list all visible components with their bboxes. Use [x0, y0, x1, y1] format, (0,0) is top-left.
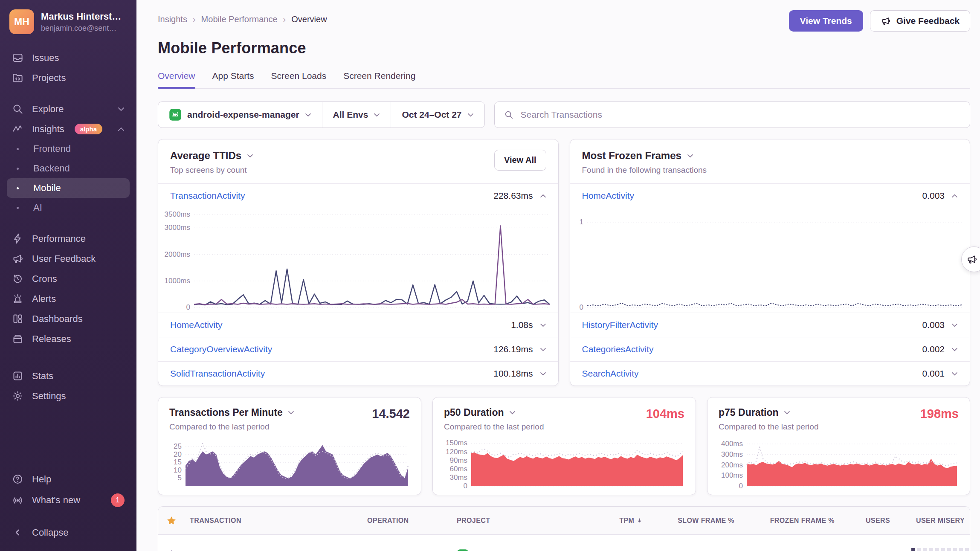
page-title: Mobile Performance	[158, 39, 970, 57]
tab-screen-loads[interactable]: Screen Loads	[271, 71, 327, 88]
transaction-link[interactable]: SearchActivity	[582, 368, 639, 379]
p50-subtitle: Compared to the last period	[444, 422, 544, 432]
chevron-down-icon	[467, 113, 474, 117]
column-operation[interactable]: OPERATION	[362, 517, 452, 525]
android-icon	[169, 108, 182, 121]
collapse-left-icon	[12, 527, 23, 538]
frozen-value[interactable]: 0.003	[922, 320, 958, 330]
sidebar-item-label: Dashboards	[32, 313, 83, 325]
svg-text:300ms: 300ms	[721, 450, 743, 458]
tpm-title: Transactions Per Minute	[169, 407, 283, 418]
ttid-value[interactable]: 100.18ms	[493, 368, 546, 379]
chevron-down-icon[interactable]	[687, 154, 693, 158]
sidebar-item-label: Help	[32, 474, 51, 485]
breadcrumb-overview: Overview	[291, 14, 327, 24]
transaction-link[interactable]: SolidTransactionActivity	[170, 368, 265, 379]
sidebar-item-projects[interactable]: Projects	[7, 68, 130, 88]
user-menu[interactable]: MH Markus Hinterst… benjamin.coe@sent…	[7, 9, 130, 35]
date-range-selector[interactable]: Oct 24–Oct 27	[391, 102, 484, 128]
sidebar-collapse-button[interactable]: Collapse	[7, 522, 130, 542]
frozen-value[interactable]: 0.001	[922, 368, 958, 379]
sidebar-item-mobile[interactable]: Mobile	[7, 178, 130, 198]
user-misery-bar	[895, 548, 970, 551]
chevron-down-icon[interactable]	[509, 411, 516, 415]
column-tpm-label: TPM	[619, 517, 634, 524]
breadcrumb-insights[interactable]: Insights	[158, 14, 187, 24]
ttid-value-text: 228.63ms	[493, 191, 533, 201]
frozen-value[interactable]: 0.002	[922, 344, 958, 354]
sidebar-item-alerts[interactable]: Alerts	[7, 289, 130, 309]
bullet-dot	[17, 187, 19, 189]
ttid-value-text: 1.08s	[511, 320, 533, 330]
project-selector[interactable]: android-expense-manager	[158, 102, 322, 128]
column-slow-frame[interactable]: SLOW FRAME %	[648, 517, 739, 525]
ttid-row-homeactivity: HomeActivity 1.08s	[158, 313, 558, 337]
ttid-value[interactable]: 126.19ms	[493, 344, 546, 354]
svg-text:100ms: 100ms	[721, 471, 743, 479]
sidebar-item-releases[interactable]: Releases	[7, 329, 130, 349]
column-frozen-frame[interactable]: FROZEN FRAME %	[739, 517, 840, 525]
tab-screen-rendering[interactable]: Screen Rendering	[343, 71, 415, 88]
view-trends-button[interactable]: View Trends	[789, 10, 863, 32]
transaction-link[interactable]: HistoryFilterActivity	[582, 320, 658, 330]
search-transactions-box	[494, 102, 970, 128]
column-users[interactable]: USERS	[840, 517, 895, 525]
tab-app-starts[interactable]: App Starts	[212, 71, 254, 88]
sidebar-item-backend[interactable]: Backend	[7, 159, 130, 178]
frozen-row-categoriesactivity: CategoriesActivity 0.002	[570, 337, 970, 361]
give-feedback-button[interactable]: Give Feedback	[870, 10, 970, 32]
search-transactions-input[interactable]	[520, 109, 960, 120]
svg-text:0: 0	[464, 482, 467, 489]
sidebar-item-settings[interactable]: Settings	[7, 386, 130, 406]
sidebar: MH Markus Hinterst… benjamin.coe@sent… I…	[0, 0, 136, 551]
chevron-down-icon[interactable]	[288, 411, 294, 415]
column-project[interactable]: PROJECT	[452, 517, 584, 525]
chevron-down-icon	[305, 113, 311, 117]
p75-chart: 400ms300ms200ms100ms0	[719, 438, 959, 489]
p75-duration-card: p75 Duration Compared to the last period…	[707, 397, 970, 495]
frozen-value-text: 0.003	[922, 191, 945, 201]
column-transaction[interactable]: TRANSACTION	[185, 517, 362, 525]
column-tpm[interactable]: TPM	[584, 517, 648, 525]
tab-bar: Overview App Starts Screen Loads Screen …	[158, 71, 970, 89]
column-user-misery[interactable]: USER MISERY	[895, 517, 970, 525]
sidebar-item-frontend[interactable]: Frontend	[7, 139, 130, 159]
sidebar-item-crons[interactable]: Crons	[7, 269, 130, 289]
sidebar-item-issues[interactable]: Issues	[7, 48, 130, 68]
sidebar-item-stats[interactable]: Stats	[7, 366, 130, 386]
transaction-link[interactable]: TransactionActivity	[170, 191, 245, 201]
sidebar-item-dashboards[interactable]: Dashboards	[7, 309, 130, 329]
sidebar-item-ai[interactable]: AI	[7, 198, 130, 218]
svg-text:150ms: 150ms	[446, 439, 467, 447]
ttid-value[interactable]: 1.08s	[511, 320, 546, 330]
svg-text:0: 0	[739, 482, 743, 489]
transaction-link[interactable]: CategoryOverviewActivity	[170, 344, 272, 354]
chevron-down-icon	[118, 107, 125, 111]
svg-text:10: 10	[174, 466, 182, 474]
main-content: Insights › Mobile Performance › Overview…	[136, 0, 980, 551]
chevron-down-icon[interactable]	[247, 154, 253, 158]
environment-selector[interactable]: All Envs	[322, 102, 391, 128]
transaction-link[interactable]: CategoriesActivity	[582, 344, 654, 354]
most-frozen-frames-title: Most Frozen Frames	[582, 150, 681, 162]
favorite-column-header[interactable]	[158, 515, 185, 526]
tab-overview[interactable]: Overview	[158, 71, 195, 88]
sidebar-item-user-feedback[interactable]: User Feedback	[7, 249, 130, 269]
transaction-link[interactable]: HomeActivity	[170, 320, 223, 330]
sidebar-item-help[interactable]: Help	[7, 469, 130, 489]
view-all-button[interactable]: View All	[494, 150, 546, 171]
transaction-link[interactable]: HomeActivity	[582, 191, 635, 201]
frozen-value[interactable]: 0.003	[922, 191, 958, 201]
breadcrumb-mobile-performance[interactable]: Mobile Performance	[201, 14, 278, 24]
svg-text:60ms: 60ms	[449, 465, 467, 473]
ttid-value[interactable]: 228.63ms	[493, 191, 546, 201]
tpm-chart: 252015105	[169, 438, 410, 489]
chevron-down-icon[interactable]	[784, 411, 790, 415]
sidebar-item-performance[interactable]: Performance	[7, 229, 130, 249]
sidebar-item-insights[interactable]: Insights alpha	[7, 119, 130, 139]
sidebar-item-explore[interactable]: Explore	[7, 99, 130, 119]
favorite-toggle[interactable]	[158, 549, 185, 551]
svg-text:20: 20	[174, 450, 182, 458]
sidebar-item-whats-new[interactable]: What's new 1	[7, 489, 130, 511]
chevron-down-icon	[951, 372, 958, 376]
